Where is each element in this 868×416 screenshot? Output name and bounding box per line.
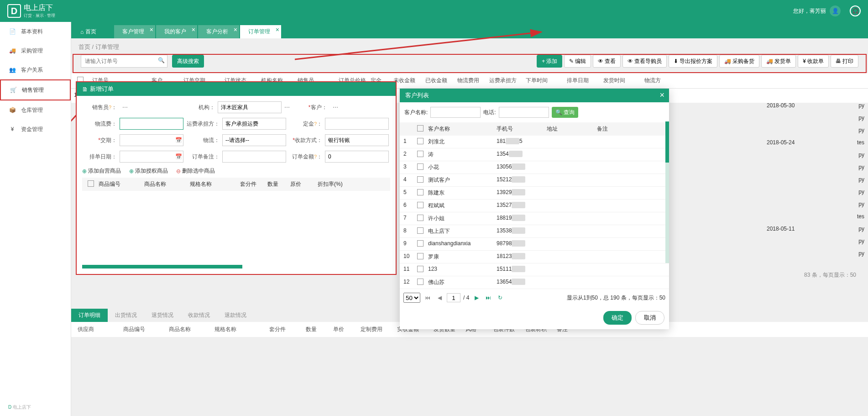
first-page-icon[interactable]: ⏮ [423,293,432,302]
scrollbar[interactable] [82,265,242,269]
scrollbar[interactable] [665,121,669,263]
deposit-input[interactable] [325,118,389,130]
tab-home[interactable]: ⌂首页 [72,25,113,38]
checkbox[interactable] [417,189,424,195]
edit-button[interactable]: ✎编辑 [564,55,591,68]
sidebar-item-purchase[interactable]: 🚚采购管理 [0,41,71,60]
sidebar-item-finance[interactable]: ¥资金管理 [0,120,71,139]
ship-fee-input[interactable] [120,118,183,130]
checkbox[interactable] [417,176,424,183]
logistics-select[interactable] [222,134,286,146]
subtab-refund[interactable]: 退款情况 [217,309,254,322]
receipt-button[interactable]: ¥收款单 [798,55,829,68]
view-buyer-button[interactable]: 👁查看导购员 [622,55,667,68]
checkbox[interactable] [417,266,424,272]
sidebar-item-basic[interactable]: 📄基本资料 [0,22,71,41]
close-icon[interactable]: × [276,26,279,33]
dots-icon[interactable]: ⋯ [282,104,293,111]
view-button[interactable]: 👁查看 [593,55,621,68]
search-input[interactable] [81,55,167,68]
refresh-icon[interactable]: ↻ [496,293,505,302]
next-page-icon[interactable]: ▶ [472,293,481,302]
advanced-search-button[interactable]: 高级搜索 [172,55,204,68]
add-self-product[interactable]: ⊕添加自营商品 [82,167,121,175]
doc-icon: 📄 [8,27,16,36]
close-icon[interactable]: × [150,26,153,33]
page-input[interactable] [447,293,460,302]
cust-row[interactable]: 7许小姐18819xxxxx [400,212,669,225]
pay-method-select[interactable] [325,134,389,146]
product-head: 商品编号 商品名称 规格名称 套分件 数量 原价 折扣率(%) [82,178,390,191]
procure-button[interactable]: 🚚采购备货 [719,55,759,68]
checkbox[interactable] [417,240,424,247]
org-input[interactable] [218,101,282,113]
checkbox[interactable] [417,227,424,234]
sidebar-item-customer[interactable]: 👥客户关系 [0,60,71,79]
checkbox[interactable] [417,202,424,208]
tab-customer-mgmt[interactable]: 客户管理× [114,25,155,38]
checkbox[interactable] [417,151,424,157]
cust-row[interactable]: 1刘淮北181xxxxx5 [400,136,669,148]
sidebar-item-warehouse[interactable]: 📦仓库管理 [0,100,71,120]
tab-customer-analysis[interactable]: 客户分析× [198,25,239,38]
breadcrumb-home[interactable]: 首页 [78,43,90,50]
breadcrumb: 首页 / 订单管理 [71,38,868,54]
cust-row[interactable]: 9dianshangdianxia98798xxxxx [400,238,669,251]
eye-icon: 👁 [598,58,603,64]
checkbox[interactable] [417,125,424,132]
cust-row[interactable]: 12佛山苏13654xxxxx [400,276,669,289]
cust-phone-input[interactable] [499,107,549,118]
close-icon[interactable]: × [192,26,195,33]
cust-row[interactable]: 5陈建东13929xxxxx [400,187,669,200]
ship-doc-button[interactable]: 🚚发货单 [761,55,796,68]
due-date-input[interactable] [120,134,183,146]
amount-input[interactable] [325,151,389,163]
checkbox[interactable] [417,253,424,259]
search-button[interactable]: 🔍查询 [552,107,578,118]
tab-my-customers[interactable]: 我的客户× [156,25,197,38]
cust-row[interactable]: 6程斌斌13527xxxxx [400,200,669,212]
cust-row[interactable]: 1112315111xxxxx [400,263,669,276]
cust-row[interactable]: 2涛1354xxxxx [400,148,669,161]
checkbox[interactable] [417,138,424,144]
cust-row[interactable]: 4测试客户15212xxxxx [400,174,669,187]
payer-select[interactable] [222,118,286,130]
checkbox[interactable] [88,180,94,187]
subtab-pay[interactable]: 收款情况 [181,309,217,322]
print-button[interactable]: 🖶打印 [831,55,858,68]
dialog-header[interactable]: 🗎新增订单 [77,82,396,96]
checkbox[interactable] [417,215,424,221]
dots-icon[interactable]: ⋯ [120,104,131,111]
dots-icon[interactable]: ⋯ [330,104,341,111]
tab-order-mgmt[interactable]: 订单管理× [240,25,281,38]
cust-row[interactable]: 10罗康18123xxxxx [400,251,669,263]
checkbox[interactable] [417,279,424,285]
dialog-header[interactable]: 客户列表 × [400,89,669,102]
export-quote-button[interactable]: ⬇导出报价方案 [669,55,717,68]
user-area[interactable]: 您好，蒋芳丽 👤 🎧 [793,5,861,16]
page-size-select[interactable]: 50 [403,293,420,303]
add-auth-product[interactable]: ⊕添加授权商品 [129,167,168,175]
close-icon[interactable]: × [659,90,664,100]
help-icon[interactable]: 🎧 [850,5,861,16]
subtab-return[interactable]: 退货情况 [144,309,181,322]
ok-button[interactable]: 确定 [603,311,632,325]
schedule-date-input[interactable] [120,151,183,163]
close-icon[interactable]: × [234,26,237,33]
sidebar-item-sales[interactable]: 🛒销售管理 [0,79,71,100]
last-page-icon[interactable]: ⏭ [484,293,493,302]
delete-selected[interactable]: ⊖删除选中商品 [176,167,215,175]
file-icon: 🗎 [82,86,88,93]
cust-row[interactable]: 3小花13056xxxxx [400,161,669,174]
cust-row[interactable]: 8电上店下13538xxxxx [400,225,669,238]
subtab-out[interactable]: 出货情况 [108,309,144,322]
add-button[interactable]: +添加 [537,55,562,68]
search-icon[interactable]: 🔍 [158,57,165,63]
user-icon[interactable]: 👤 [830,5,841,16]
note-input[interactable] [222,151,286,163]
subtab-detail[interactable]: 订单明细 [71,309,108,322]
checkbox[interactable] [417,163,424,170]
prev-page-icon[interactable]: ◀ [435,293,444,302]
cancel-button[interactable]: 取消 [635,311,664,325]
cust-name-input[interactable] [430,107,481,118]
